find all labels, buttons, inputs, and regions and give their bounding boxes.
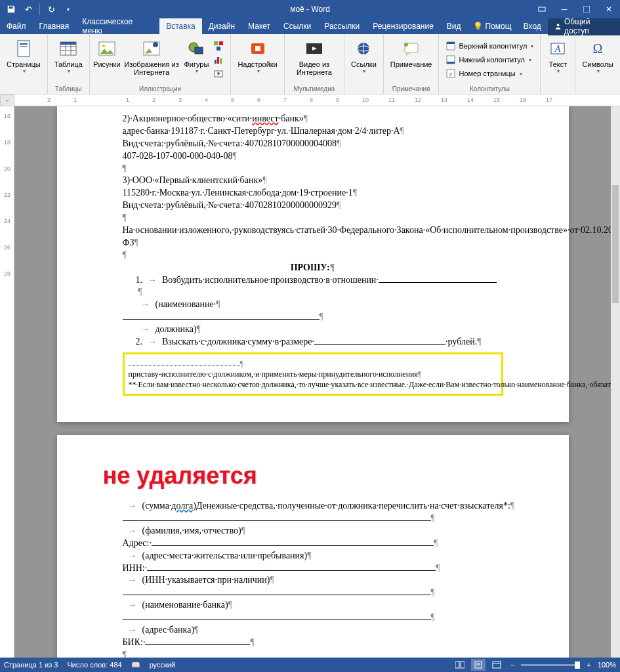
close-button[interactable]: ✕ <box>598 0 620 18</box>
svg-rect-11 <box>60 42 76 45</box>
svg-text:Ω: Ω <box>593 41 603 56</box>
svg-rect-36 <box>447 62 455 64</box>
group-comments: Примечание Примечания <box>384 34 440 94</box>
svg-rect-43 <box>461 662 465 668</box>
minimize-button[interactable]: ─ <box>553 0 575 18</box>
tab-review[interactable]: Рецензирование <box>366 18 440 34</box>
quick-access-toolbar: ↶ ↻ ▾ <box>0 2 75 16</box>
pictures-button[interactable]: Рисунки <box>94 37 120 70</box>
statusbar: Страница 1 из 3 Число слов: 484 📖 русски… <box>0 658 620 672</box>
header-button[interactable]: Верхний колонтитул <box>443 39 536 52</box>
redo-button[interactable]: ↻ <box>44 2 58 16</box>
shapes-button[interactable]: Фигуры <box>183 37 209 75</box>
picture-icon <box>96 38 117 59</box>
page-1[interactable]: 2)·Акционерное·общество·«сити·инвест·бан… <box>57 106 569 422</box>
web-layout-button[interactable] <box>489 659 504 671</box>
group-media: Видео из Интернета Мультимедиа <box>285 34 344 94</box>
svg-rect-20 <box>217 47 220 51</box>
zoom-out-button[interactable]: − <box>508 661 517 669</box>
ribbon-tabs: Файл Главная Классическое меню Вставка Д… <box>0 18 620 34</box>
footer-button[interactable]: Нижний колонтитул <box>443 53 536 66</box>
video-icon <box>304 38 325 59</box>
share-button[interactable]: Общий доступ <box>548 17 620 35</box>
screenshot-button[interactable] <box>211 67 226 80</box>
ribbon-options-button[interactable] <box>531 0 553 18</box>
svg-point-13 <box>102 45 105 47</box>
vertical-ruler[interactable]: 16 18 20 22 24 26 28 <box>0 106 14 658</box>
ribbon: Страницы Таблица Таблицы Рисунки Изображ… <box>0 34 620 94</box>
links-button[interactable]: Ссылки <box>348 37 379 75</box>
tab-file[interactable]: Файл <box>0 18 33 34</box>
document-canvas[interactable]: 2)·Акционерное·общество·«сити·инвест·бан… <box>14 106 611 658</box>
svg-rect-3 <box>18 41 30 56</box>
undo-button[interactable]: ↶ <box>21 2 35 16</box>
tab-view[interactable]: Вид <box>440 18 468 34</box>
ruler-corner[interactable]: ⌐ <box>0 94 14 106</box>
svg-point-25 <box>217 72 220 75</box>
pagenum-button[interactable]: #Номер страницы <box>443 67 536 80</box>
svg-text:#: # <box>449 72 453 77</box>
zoom-slider[interactable] <box>521 664 580 666</box>
window-title: моё - Word <box>0 5 620 14</box>
group-illustrations: Рисунки Изображения из Интернета Фигуры … <box>90 34 232 94</box>
tell-me[interactable]: 💡Помощ <box>468 22 517 31</box>
text-button[interactable]: A Текст <box>545 37 571 75</box>
horizontal-ruler[interactable]: 2 1 1 2 3 4 5 6 7 8 9 10 11 12 13 14 15 … <box>14 94 620 106</box>
tab-design[interactable]: Дизайн <box>202 18 241 34</box>
omega-icon: Ω <box>587 38 608 59</box>
vertical-scrollbar[interactable] <box>611 106 620 658</box>
zoom-level[interactable]: 100% <box>598 661 616 669</box>
proofing-icon[interactable]: 📖 <box>131 661 140 669</box>
read-mode-button[interactable] <box>453 659 467 671</box>
group-symbols: Ω Символы <box>575 34 620 94</box>
svg-rect-34 <box>447 42 455 44</box>
tab-classic[interactable]: Классическое меню <box>75 18 159 34</box>
smartart-button[interactable] <box>211 39 226 52</box>
window-buttons: ─ ✕ <box>531 0 620 18</box>
qat-customize[interactable]: ▾ <box>61 2 75 16</box>
group-links: Ссылки <box>344 34 384 94</box>
tab-layout[interactable]: Макет <box>241 18 277 34</box>
tab-mailings[interactable]: Рассылки <box>318 18 366 34</box>
tab-references[interactable]: Ссылки <box>277 18 318 34</box>
svg-rect-21 <box>215 60 217 64</box>
tab-insert[interactable]: Вставка <box>159 18 202 34</box>
textbox-icon: A <box>547 38 568 59</box>
annotation-text: не удаляется <box>103 460 503 492</box>
group-pages: Страницы <box>0 34 48 94</box>
maximize-button[interactable] <box>575 0 598 18</box>
language-indicator[interactable]: русский <box>150 661 175 669</box>
svg-rect-19 <box>219 41 223 45</box>
pages-button[interactable]: Страницы <box>4 37 43 75</box>
table-button[interactable]: Таблица <box>52 37 85 75</box>
svg-rect-42 <box>455 662 459 668</box>
svg-text:A: A <box>554 44 561 54</box>
print-layout-button[interactable] <box>471 659 486 671</box>
zoom-in-button[interactable]: + <box>584 661 593 669</box>
symbols-button[interactable]: Ω Символы <box>579 37 616 75</box>
addin-icon <box>247 38 268 59</box>
svg-rect-22 <box>217 57 219 64</box>
page-indicator[interactable]: Страница 1 из 3 <box>4 661 58 669</box>
online-video-button[interactable]: Видео из Интернета <box>289 37 340 77</box>
chart-button[interactable] <box>211 53 226 66</box>
group-tables: Таблица Таблицы <box>48 34 90 94</box>
group-text: A Текст <box>541 34 575 94</box>
save-button[interactable] <box>4 2 18 16</box>
svg-rect-5 <box>20 46 28 47</box>
highlighted-footnote: приставу-исполнителю·с·должником,·и·прим… <box>123 352 503 396</box>
page-2[interactable]: не удаляется (сумма·долга)Денежные·средс… <box>57 435 569 658</box>
svg-point-15 <box>153 42 158 47</box>
svg-point-2 <box>557 24 560 26</box>
svg-rect-0 <box>539 7 545 11</box>
svg-rect-1 <box>583 6 590 12</box>
word-count[interactable]: Число слов: 484 <box>67 661 121 669</box>
online-picture-icon <box>141 38 162 59</box>
scroll-thumb[interactable] <box>612 185 619 303</box>
signin-button[interactable]: Вход <box>517 22 548 31</box>
comment-button[interactable]: Примечание <box>388 37 435 70</box>
addins-button[interactable]: Надстройки <box>235 37 279 75</box>
group-headerfooter: Верхний колонтитул Нижний колонтитул #Но… <box>439 34 541 94</box>
tab-home[interactable]: Главная <box>33 18 76 34</box>
online-pictures-button[interactable]: Изображения из Интернета <box>121 37 182 77</box>
